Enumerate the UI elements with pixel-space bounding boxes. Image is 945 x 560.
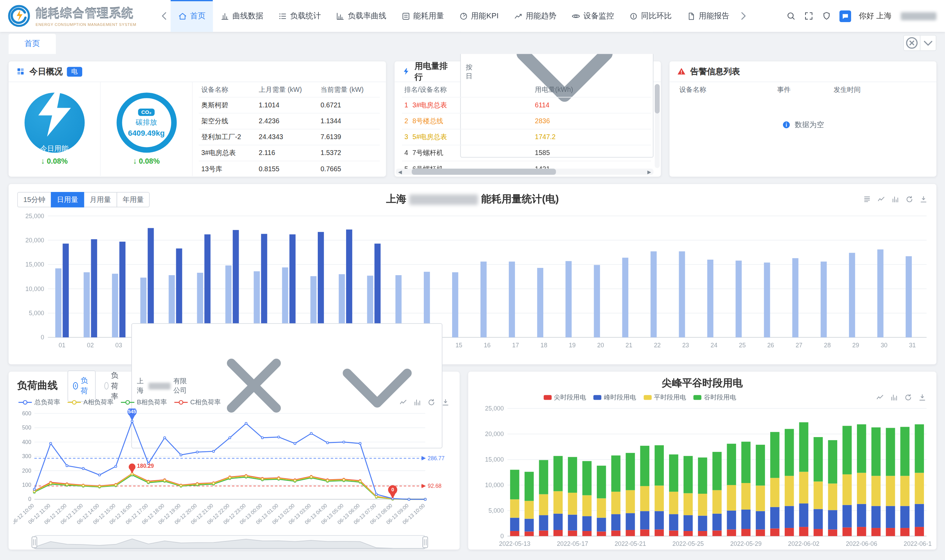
svg-text:25,000: 25,000 (26, 213, 44, 220)
tab-home[interactable]: 首页 (9, 34, 56, 54)
download-icon[interactable] (919, 195, 928, 204)
stacked-bar-segment (626, 513, 635, 530)
scroll-left-arrow-icon[interactable]: ◀ (396, 169, 405, 175)
power-ranking-card: 用电量排行 按日 排名/设备名称用电量(kWh)13#电房总表611428号楼总… (394, 62, 661, 177)
select-text: 上海 (137, 377, 145, 395)
stacked-bar-segment (669, 454, 678, 492)
stacked-bar-segment (510, 531, 519, 536)
stacked-bar-segment (713, 490, 722, 514)
carbon-circle: CO₂ 碳排放 6409.49kg (116, 92, 177, 152)
legend-item-总负荷率[interactable]: 总负荷率 (18, 398, 60, 407)
nav-scroll-right-icon[interactable] (737, 0, 749, 32)
range-button-月用量[interactable]: 月用量 (83, 192, 117, 207)
nav-item-负载率曲线[interactable]: 负载率曲线 (328, 0, 393, 32)
nav-item-用能趋势[interactable]: 用能趋势 (506, 0, 564, 32)
device-name: 8号楼总线 (412, 117, 443, 124)
svg-text:0: 0 (500, 533, 504, 540)
stacked-bar-segment (626, 530, 635, 536)
refresh-icon[interactable] (905, 195, 914, 204)
refresh-icon[interactable] (427, 398, 436, 407)
nav-item-负载统计[interactable]: 负载统计 (271, 0, 328, 32)
stacked-bar-segment (842, 528, 852, 536)
search-icon[interactable] (786, 11, 796, 21)
stacked-bar-segment (698, 516, 707, 531)
line-toggle-icon[interactable] (876, 393, 884, 402)
bar-toggle-icon[interactable] (890, 393, 898, 402)
stacked-bar-segment (842, 505, 852, 528)
nav-item-能耗用量[interactable]: 能耗用量 (394, 0, 451, 32)
nav-item-曲线数据[interactable]: 曲线数据 (213, 0, 271, 32)
scroll-right-arrow-icon[interactable]: ▶ (645, 169, 654, 175)
legend-item-峰时段用电[interactable]: 峰时段用电 (593, 393, 636, 402)
close-tabs-icon[interactable] (904, 35, 920, 51)
legend-item-尖时段用电[interactable]: 尖时段用电 (543, 393, 586, 402)
load-curve-chart[interactable]: 010020030040050060006-12 10:0006-12 11:0… (14, 408, 454, 535)
theme-shield-icon[interactable] (821, 11, 831, 21)
datazoom-slider[interactable] (14, 535, 454, 550)
svg-text:286.77: 286.77 (428, 455, 445, 461)
bar (205, 234, 211, 337)
svg-text:2022-06-02: 2022-06-02 (788, 540, 820, 547)
message-icon[interactable] (839, 10, 851, 22)
stacked-bar-segment (814, 509, 823, 529)
legend-item-A相负荷率[interactable]: A相负荷率 (67, 398, 113, 407)
stacked-bar-segment (886, 528, 895, 536)
svg-text:2022-06-06: 2022-06-06 (846, 540, 877, 547)
datazoom-handle[interactable] (32, 537, 37, 548)
horizontal-scrollbar[interactable]: ◀ ▶ (396, 169, 654, 175)
datazoom-handle[interactable] (423, 537, 428, 548)
table-cell: 架空分线 (199, 113, 256, 129)
range-button-日用量[interactable]: 日用量 (51, 192, 84, 207)
nav-item-设备监控[interactable]: 设备监控 (564, 0, 621, 32)
stacked-bar-segment (510, 518, 519, 531)
svg-text:16: 16 (484, 342, 491, 349)
radio-负荷率[interactable]: 负荷率 (104, 370, 122, 402)
range-button-年用量[interactable]: 年用量 (116, 192, 150, 207)
svg-text:29: 29 (853, 342, 859, 349)
legend-item-B相负荷率[interactable]: B相负荷率 (121, 398, 167, 407)
stacked-bar-segment (770, 432, 780, 478)
nav-item-首页[interactable]: 首页 (171, 0, 213, 32)
svg-text:400: 400 (22, 439, 31, 445)
svg-text:500: 500 (22, 425, 31, 431)
svg-text:23: 23 (682, 342, 689, 349)
alarm-list-card: 告警信息列表 设备名称事件发生时间 数据为空 (670, 62, 936, 177)
data-view-icon[interactable] (863, 195, 871, 204)
line-toggle-icon[interactable] (399, 398, 408, 407)
stacked-bar-segment (611, 530, 621, 536)
fullscreen-icon[interactable] (803, 11, 813, 21)
bar-toggle-icon[interactable] (891, 195, 900, 204)
stacked-bar-segment (669, 492, 678, 514)
main-nav: 首页曲线数据负载统计负载率曲线能耗用量用能KPI用能趋势设备监控同比环比用能报告 (171, 0, 737, 32)
stacked-bar-segment (611, 492, 621, 514)
nav-item-同比环比[interactable]: 同比环比 (621, 0, 679, 32)
legend: 尖时段用电峰时段用电平时段用电谷时段用电 (543, 393, 736, 402)
legend-label: C相负荷率 (190, 398, 221, 407)
stacked-bar-segment (713, 530, 722, 536)
download-icon[interactable] (918, 393, 927, 402)
legend-item-C相负荷率[interactable]: C相负荷率 (174, 398, 221, 407)
legend-item-平时段用电[interactable]: 平时段用电 (643, 393, 686, 402)
vertical-scrollbar[interactable] (655, 84, 660, 168)
peak-valley-chart[interactable]: 05,00010,00015,00020,00025,0002022-05-13… (473, 404, 931, 553)
refresh-icon[interactable] (904, 393, 913, 402)
radio-负荷[interactable]: 负荷 (67, 370, 96, 402)
scrollbar-thumb[interactable] (655, 84, 660, 113)
nav-scroll-left-icon[interactable] (158, 0, 171, 32)
nav-item-用能报告[interactable]: 用能报告 (679, 0, 737, 32)
legend-item-谷时段用电[interactable]: 谷时段用电 (694, 393, 736, 402)
bar-chart-icon (220, 11, 230, 21)
tab-menu-chevron-down-icon[interactable] (920, 35, 936, 51)
bar (261, 234, 267, 337)
power-value: 6114 (533, 97, 651, 113)
download-icon[interactable] (441, 398, 450, 407)
tab-tools (903, 35, 936, 51)
scrollbar-thumb[interactable] (412, 169, 556, 175)
range-button-15分钟[interactable]: 15分钟 (17, 192, 51, 207)
bar-toggle-icon[interactable] (413, 398, 422, 407)
nav-item-用能KPI[interactable]: 用能KPI (451, 0, 506, 32)
stacked-bar-segment (582, 461, 592, 495)
line-toggle-icon[interactable] (877, 195, 886, 204)
bar (55, 268, 62, 337)
company-select[interactable]: 上海 有限公司 (131, 323, 442, 448)
